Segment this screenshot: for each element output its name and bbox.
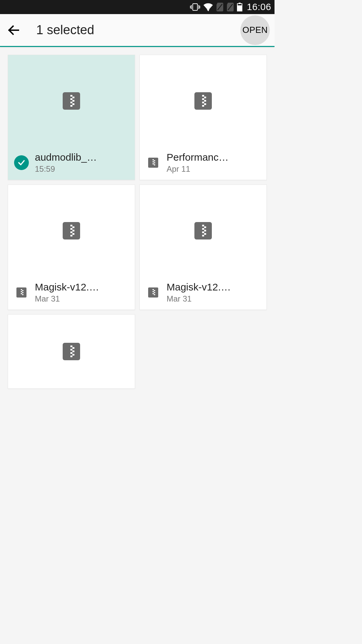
file-card[interactable]: audmodlib_… 15:59 <box>8 55 135 180</box>
file-footer: Magisk-v12.… Mar 31 <box>140 277 266 310</box>
file-card[interactable]: Magisk-v12.… Mar 31 <box>139 184 267 310</box>
selected-check-icon <box>14 155 29 170</box>
file-preview <box>8 315 135 388</box>
file-type-icon <box>14 285 29 300</box>
file-footer: audmodlib_… 15:59 <box>8 147 135 180</box>
archive-icon <box>194 92 212 110</box>
file-date: Mar 31 <box>35 294 99 304</box>
svg-rect-16 <box>191 5 192 9</box>
archive-icon <box>194 222 212 239</box>
file-footer: Performanc… Apr 11 <box>140 147 266 180</box>
file-footer: Magisk-v12.… Mar 31 <box>8 277 135 310</box>
back-button[interactable] <box>5 21 23 39</box>
vibrate-icon <box>190 3 200 11</box>
archive-icon <box>16 287 26 298</box>
file-name: audmodlib_… <box>35 152 97 163</box>
archive-icon <box>63 92 80 110</box>
file-date: Apr 11 <box>167 164 229 174</box>
file-name: Magisk-v12.… <box>167 281 231 293</box>
wifi-icon <box>203 3 213 11</box>
open-button-label: OPEN <box>242 25 268 35</box>
file-name: Magisk-v12.… <box>35 281 99 293</box>
svg-rect-17 <box>190 6 191 8</box>
svg-rect-19 <box>199 6 200 8</box>
status-clock: 16:06 <box>247 2 271 12</box>
file-preview <box>8 185 135 277</box>
file-type-icon <box>146 155 161 170</box>
app-bar: 1 selected OPEN <box>0 14 275 47</box>
file-card[interactable] <box>8 314 135 389</box>
battery-icon <box>237 3 242 11</box>
archive-icon <box>148 287 158 298</box>
file-preview <box>140 185 266 277</box>
svg-rect-25 <box>237 5 242 11</box>
file-preview <box>140 55 266 147</box>
selection-title: 1 selected <box>36 23 240 37</box>
status-bar: 16:06 <box>0 0 275 14</box>
archive-icon <box>63 222 80 239</box>
archive-icon <box>148 158 158 168</box>
svg-marker-20 <box>207 9 209 11</box>
sim-1-icon <box>216 3 224 11</box>
open-button[interactable]: OPEN <box>240 15 270 45</box>
file-card[interactable]: Performanc… Apr 11 <box>139 55 267 180</box>
file-preview <box>8 55 135 147</box>
file-grid: audmodlib_… 15:59 Performanc… Apr 11 <box>0 47 275 389</box>
file-card[interactable]: Magisk-v12.… Mar 31 <box>8 184 135 310</box>
sim-2-icon <box>227 3 234 11</box>
file-type-icon <box>146 285 161 300</box>
arrow-back-icon <box>7 23 20 37</box>
svg-rect-18 <box>198 5 199 9</box>
file-name: Performanc… <box>167 152 229 163</box>
file-date: 15:59 <box>35 164 97 174</box>
archive-icon <box>63 343 80 360</box>
file-date: Mar 31 <box>167 294 231 304</box>
svg-rect-15 <box>193 4 197 10</box>
